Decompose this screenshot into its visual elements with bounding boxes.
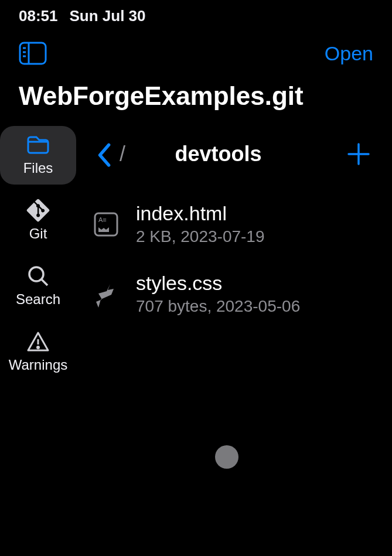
add-button[interactable] xyxy=(346,142,371,166)
status-time: 08:51 xyxy=(19,7,58,25)
sidebar-item-label: Git xyxy=(29,226,47,242)
file-list: A≡ index.html 2 KB, 2023-07-19 styles.cs… xyxy=(83,183,380,329)
svg-point-6 xyxy=(29,267,43,281)
sidebar-item-search[interactable]: Search xyxy=(0,257,76,316)
svg-text:A≡: A≡ xyxy=(98,216,107,223)
page-title: WebForgeExamples.git xyxy=(0,71,392,125)
sidebar-toggle-button[interactable] xyxy=(19,42,47,65)
sidebar-item-warnings[interactable]: Warnings xyxy=(0,323,76,381)
file-text: index.html 2 KB, 2023-07-19 xyxy=(136,202,371,246)
sidebar: Files Git Search xyxy=(0,125,77,540)
content: Files Git Search xyxy=(0,125,392,540)
svg-line-7 xyxy=(42,279,47,285)
svg-point-9 xyxy=(38,347,39,349)
css-file-icon xyxy=(93,281,120,308)
warning-icon xyxy=(26,331,50,352)
sidebar-item-files[interactable]: Files xyxy=(0,126,76,185)
file-item[interactable]: A≡ index.html 2 KB, 2023-07-19 xyxy=(83,189,380,259)
file-meta: 707 bytes, 2023-05-06 xyxy=(136,297,371,316)
file-name: styles.css xyxy=(136,272,371,295)
file-meta: 2 KB, 2023-07-19 xyxy=(136,227,371,246)
header-row: Open xyxy=(0,30,392,71)
svg-rect-0 xyxy=(20,43,46,64)
sidebar-item-label: Warnings xyxy=(9,357,67,373)
path-bar: / devtools xyxy=(83,125,380,183)
sidebar-item-git[interactable]: Git xyxy=(0,192,76,250)
git-icon xyxy=(26,200,50,221)
sidebar-item-label: Files xyxy=(23,160,53,176)
path-current: devtools xyxy=(98,142,338,166)
cursor-indicator xyxy=(215,445,238,469)
open-button[interactable]: Open xyxy=(325,42,373,65)
status-bar: 08:51 Sun Jul 30 xyxy=(0,0,392,30)
search-icon xyxy=(26,265,50,286)
html-file-icon: A≡ xyxy=(93,211,120,238)
file-name: index.html xyxy=(136,202,371,225)
main-panel: / devtools A≡ index.html xyxy=(77,125,392,540)
file-item[interactable]: styles.css 707 bytes, 2023-05-06 xyxy=(83,259,380,329)
status-date: Sun Jul 30 xyxy=(70,7,146,25)
folder-icon xyxy=(26,134,50,155)
file-text: styles.css 707 bytes, 2023-05-06 xyxy=(136,272,371,316)
sidebar-item-label: Search xyxy=(16,291,60,308)
